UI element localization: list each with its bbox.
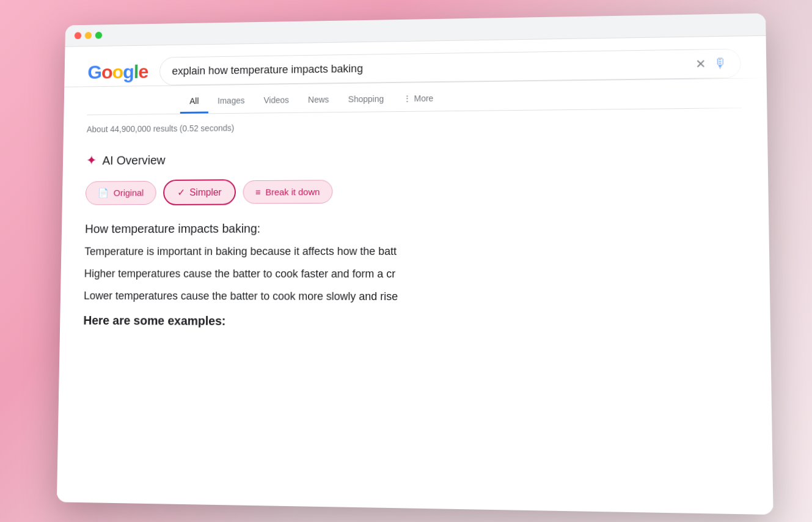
minimize-button[interactable] <box>84 32 92 39</box>
tab-news[interactable]: News <box>298 89 338 112</box>
google-logo: Google <box>87 61 148 83</box>
tab-all[interactable]: All <box>180 90 208 114</box>
ai-mode-buttons: 📄 Original ✓ Simpler ≡ Break it down <box>85 176 742 205</box>
search-bar-wrapper: explain how temperature impacts baking ✕… <box>159 48 741 85</box>
search-tabs: All Images Videos News Shopping ⋮ More <box>64 83 767 115</box>
list-icon: ≡ <box>255 187 260 197</box>
tab-more[interactable]: ⋮ More <box>393 87 442 111</box>
search-bar[interactable]: explain how temperature impacts baking ✕… <box>159 48 741 85</box>
ai-overview-header: ✦ AI Overview <box>86 148 742 169</box>
close-button[interactable] <box>74 32 81 39</box>
original-icon: 📄 <box>97 188 108 199</box>
original-button[interactable]: 📄 Original <box>85 181 156 205</box>
logo-letter-o2: o <box>112 61 123 83</box>
more-dots-icon: ⋮ <box>403 94 411 103</box>
sparkle-icon: ✦ <box>86 153 97 168</box>
check-icon: ✓ <box>177 186 185 198</box>
content-area: Google explain how temperature impacts b… <box>57 36 773 508</box>
window-controls <box>74 32 101 39</box>
ai-paragraph-2: Higher temperatures cause the batter to … <box>84 265 744 284</box>
search-icons: ✕ 🎙 <box>695 56 728 72</box>
search-query-text: explain how temperature impacts baking <box>172 62 363 78</box>
maximize-button[interactable] <box>95 32 102 39</box>
logo-letter-e: e <box>138 61 148 82</box>
ai-paragraph-1: Temperature is important in baking becau… <box>84 242 744 260</box>
ai-content: How temperature impacts baking: Temperat… <box>82 221 744 344</box>
browser-window: Google explain how temperature impacts b… <box>56 13 773 515</box>
logo-letter-g2: g <box>122 61 133 82</box>
simpler-button[interactable]: ✓ Simpler <box>163 179 236 205</box>
tab-videos[interactable]: Videos <box>254 89 298 113</box>
clear-search-icon[interactable]: ✕ <box>695 56 706 71</box>
logo-letter-o1: o <box>101 61 112 83</box>
ai-subheading: Here are some examples: <box>83 314 745 331</box>
ai-overview-section: ✦ AI Overview 📄 Original ✓ Simpler ≡ Bre… <box>59 138 770 354</box>
tab-shopping[interactable]: Shopping <box>338 88 393 112</box>
break-it-down-button[interactable]: ≡ Break it down <box>243 180 332 204</box>
logo-letter-g: G <box>87 61 101 83</box>
fade-bottom-overlay <box>57 447 773 508</box>
ai-overview-title: AI Overview <box>102 153 165 167</box>
ai-content-heading: How temperature impacts baking: <box>84 221 743 236</box>
microphone-icon[interactable]: 🎙 <box>713 56 727 72</box>
tab-images[interactable]: Images <box>208 90 254 114</box>
ai-paragraph-3: Lower temperatures cause the batter to c… <box>83 287 744 307</box>
